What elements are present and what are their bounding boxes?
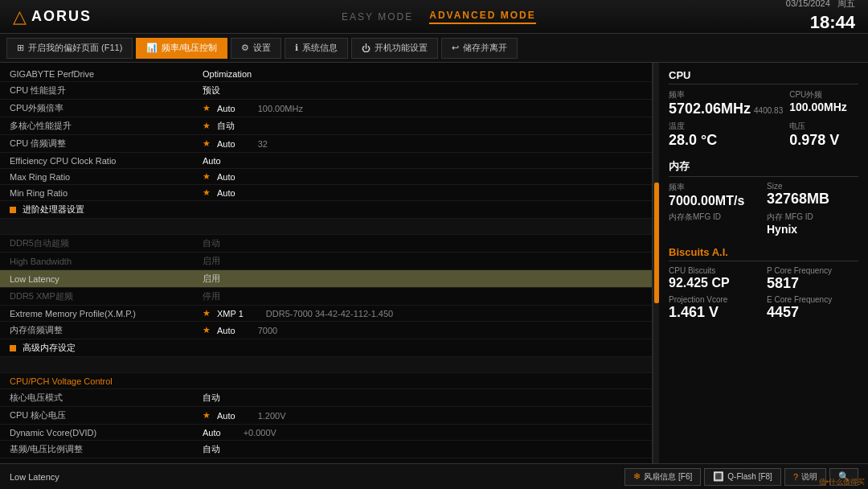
- value-ddr5-auto-oc: 自动: [203, 237, 642, 249]
- nav-settings-label: 设置: [253, 42, 271, 54]
- label-cpu-bclk: CPU外频倍率: [10, 102, 203, 114]
- value-high-bw: 启用: [203, 255, 642, 267]
- info-memory-section: 内存 频率 7000.00MT/s Size 32768MB 内存条MFG ID…: [669, 159, 858, 236]
- value-bclk-ratio: 自动: [203, 443, 642, 455]
- btn-fan-label: 风扇信息 [F6]: [644, 471, 692, 483]
- cpu-temp-label: 温度: [669, 121, 783, 132]
- spacer-1: [0, 219, 652, 235]
- biscuits-cpu-label: CPU Biscuits: [669, 266, 760, 275]
- help-icon: ?: [793, 472, 798, 482]
- nav-boot[interactable]: ⏻ 开机功能设置: [351, 38, 438, 59]
- qflash-icon: 🔳: [713, 471, 724, 482]
- nav-save-label: 储存并离开: [463, 42, 507, 54]
- nav-freq-voltage[interactable]: 📊 频率/电压控制: [136, 38, 227, 59]
- nav-boot-label: 开机功能设置: [375, 42, 428, 54]
- label-low-latency: Low Latency: [10, 274, 203, 284]
- label-mem-ratio: 内存倍频调整: [10, 324, 203, 336]
- biscuits-pcore-label: P Core Frequency: [767, 266, 858, 275]
- info-cpu-grid: 频率 5702.06MHz 4400.83 CPU外频 100.00MHz 温度…: [669, 89, 858, 150]
- info-cpu-title: CPU: [669, 69, 858, 84]
- mem-mfg-cell: 内存条MFG ID: [669, 212, 760, 236]
- row-gigabyte-perfdrive[interactable]: GIGABYTE PerfDrive Optimization: [0, 66, 652, 82]
- cpu-freq-value-row: 5702.06MHz 4400.83: [669, 101, 783, 117]
- logo-icon: △: [13, 6, 27, 27]
- label-max-ring: Max Ring Ratio: [10, 172, 203, 182]
- watermark: 值•什么值得买: [819, 477, 865, 487]
- row-low-latency[interactable]: Low Latency 启用: [0, 270, 652, 288]
- main-content: GIGABYTE PerfDrive Optimization CPU 性能提升…: [0, 63, 868, 463]
- nav-settings[interactable]: ⚙ 设置: [231, 38, 281, 59]
- header-time: 18:44: [786, 10, 855, 35]
- scrollbar[interactable]: [653, 63, 659, 463]
- label-min-ring: Min Ring Ratio: [10, 188, 203, 198]
- nav-sysinfo-label: 系统信息: [302, 42, 338, 54]
- mem-mfg2-cell: 内存 MFG ID Hynix: [767, 212, 858, 236]
- value-max-ring: ★ Auto: [203, 171, 642, 182]
- btn-qflash[interactable]: 🔳 Q-Flash [F8]: [704, 468, 781, 486]
- biscuits-pcore-cell: P Core Frequency 5817: [767, 266, 858, 293]
- nav-save-icon: ↩: [452, 43, 459, 53]
- nav-freq-label: 频率/电压控制: [162, 42, 217, 54]
- section-indicator-2: [10, 345, 16, 351]
- mode-easy[interactable]: EASY MODE: [342, 11, 413, 23]
- biscuits-ecore-value: 4457: [767, 304, 858, 322]
- label-bclk-ratio: 基频/电压比例调整: [10, 443, 203, 455]
- nav-save-exit[interactable]: ↩ 储存并离开: [441, 38, 518, 59]
- value-cpu-bclk: ★ Auto 100.00MHz: [203, 103, 642, 113]
- nav-favorites[interactable]: ⊞ 开启我的偏好页面 (F11): [6, 38, 133, 59]
- btn-fan-info[interactable]: ❄ 风扇信息 [F6]: [624, 468, 701, 486]
- row-bclk-ratio[interactable]: 基频/电压比例调整 自动: [0, 441, 652, 458]
- cpu-freq-sub: 4400.83: [754, 106, 783, 115]
- value-gigabyte-perfdrive: Optimization: [203, 69, 642, 79]
- value-eff-cpu-ratio: Auto: [203, 156, 642, 166]
- row-eff-cpu-ratio[interactable]: Efficiency CPU Clock Ratio Auto: [0, 153, 652, 169]
- cpu-temp-cell: 温度 28.0 °C: [669, 121, 783, 150]
- mem-size-value: 32768MB: [767, 191, 858, 208]
- row-max-ring[interactable]: Max Ring Ratio ★ Auto: [0, 169, 652, 185]
- nav-boot-icon: ⏻: [362, 43, 371, 53]
- row-xmp[interactable]: Extreme Memory Profile(X.M.P.) ★ XMP 1 D…: [0, 306, 652, 322]
- row-cpu-ratio[interactable]: CPU 倍频调整 ★ Auto 32: [0, 135, 652, 153]
- nav-sysinfo[interactable]: ℹ 系统信息: [285, 38, 348, 59]
- section-advanced-mem: 高级内存设定: [0, 339, 652, 357]
- label-advanced-cpu: 进阶处理器设置: [10, 203, 203, 216]
- label-ddr5-auto-oc: DDR5自动超频: [10, 237, 203, 249]
- row-cpu-perf[interactable]: CPU 性能提升 预设: [0, 82, 652, 100]
- biscuits-cpu-cell: CPU Biscuits 92.425 CP: [669, 266, 760, 293]
- row-ddr5-xmp: DDR5 XMP超频 停用: [0, 288, 652, 306]
- label-ddr5-xmp: DDR5 XMP超频: [10, 290, 203, 302]
- row-cpu-bclk[interactable]: CPU外频倍率 ★ Auto 100.00MHz: [0, 100, 652, 117]
- cpu-voltage-value: 0.978 V: [789, 132, 858, 150]
- biscuits-proj-value: 1.461 V: [669, 304, 760, 322]
- bottom-status-label: Low Latency: [10, 472, 59, 482]
- value-min-ring: ★ Auto: [203, 187, 642, 198]
- row-mem-ratio[interactable]: 内存倍频调整 ★ Auto 7000: [0, 322, 652, 339]
- mem-freq-label: 频率: [669, 182, 760, 193]
- scrollbar-thumb[interactable]: [654, 183, 659, 302]
- mem-mfg-label: 内存条MFG ID: [669, 212, 760, 223]
- label-cpu-vcore: CPU 核心电压: [10, 409, 203, 421]
- info-biscuits-grid: CPU Biscuits 92.425 CP P Core Frequency …: [669, 266, 858, 322]
- cpu-ext-freq-cell: CPU外频 100.00MHz: [789, 89, 858, 117]
- value-vcore-mode: 自动: [203, 392, 642, 404]
- settings-panel[interactable]: GIGABYTE PerfDrive Optimization CPU 性能提升…: [0, 63, 653, 463]
- info-memory-title: 内存: [669, 159, 858, 177]
- mem-size-label: Size: [767, 182, 858, 191]
- value-cpu-perf: 预设: [203, 84, 642, 97]
- info-biscuits-section: Biscuits A.I. CPU Biscuits 92.425 CP P C…: [669, 246, 858, 322]
- row-vcore-mode[interactable]: 核心电压模式 自动: [0, 389, 652, 407]
- spacer-2: [0, 357, 652, 373]
- row-multi-core[interactable]: 多核心性能提升 ★ 自动: [0, 117, 652, 135]
- row-cpu-vcore[interactable]: CPU 核心电压 ★ Auto 1.200V: [0, 407, 652, 425]
- row-dvid[interactable]: Dynamic Vcore(DVID) Auto +0.000V: [0, 425, 652, 441]
- btn-help-label: 说明: [801, 471, 817, 483]
- mode-advanced[interactable]: ADVANCED MODE: [429, 10, 535, 24]
- value-cpu-vcore: ★ Auto 1.200V: [203, 410, 642, 421]
- fan-icon: ❄: [633, 471, 641, 482]
- mem-freq-value: 7000.00MT/s: [669, 193, 760, 208]
- value-low-latency: 启用: [203, 273, 642, 285]
- datetime: 03/15/2024 周五 18:44: [786, 0, 855, 35]
- value-mem-ratio: ★ Auto 7000: [203, 325, 642, 335]
- info-biscuits-title: Biscuits A.I.: [669, 246, 858, 261]
- row-min-ring[interactable]: Min Ring Ratio ★ Auto: [0, 185, 652, 201]
